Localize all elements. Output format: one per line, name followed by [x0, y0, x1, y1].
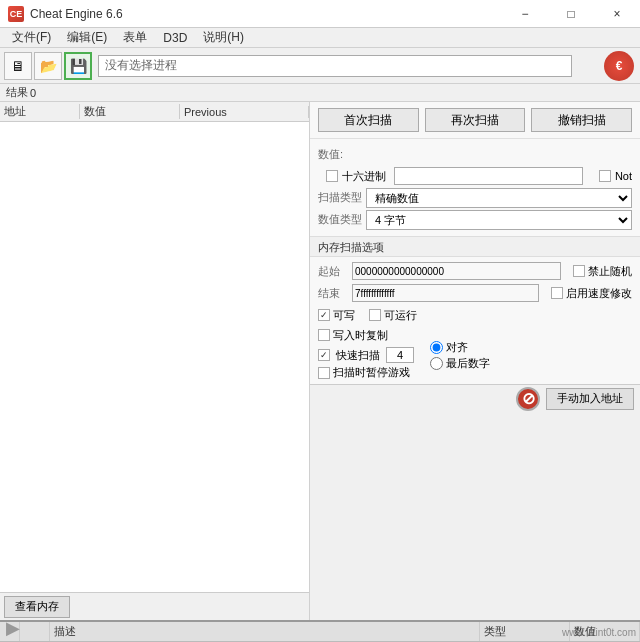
value-row: 数值: [318, 143, 632, 165]
first-scan-button[interactable]: 首次扫描 [318, 108, 419, 132]
result-count: 0 [30, 87, 36, 99]
menu-form[interactable]: 表单 [115, 27, 155, 48]
start-label: 起始 [318, 264, 348, 279]
executable-checkbox[interactable] [369, 309, 381, 321]
menu-help[interactable]: 说明(H) [195, 27, 252, 48]
speed-label: 启用速度修改 [566, 286, 632, 301]
ct-col-type: 类型 [480, 622, 570, 641]
menu-file[interactable]: 文件(F) [4, 27, 59, 48]
minimize-button[interactable]: − [502, 0, 548, 28]
last-digit-radio: 最后数字 [430, 356, 490, 371]
copy-on-write-checkbox[interactable] [318, 329, 330, 341]
start-input[interactable] [352, 262, 561, 280]
value-type-dropdown[interactable]: 4 字节 [366, 210, 632, 230]
speed-checkbox[interactable] [551, 287, 563, 299]
fast-scan-checkbox[interactable] [318, 349, 330, 361]
freeze-label: 禁止随机 [588, 264, 632, 279]
process-text: 没有选择进程 [105, 57, 177, 74]
result-label: 结果 [6, 85, 28, 100]
menu-bar: 文件(F) 编辑(E) 表单 D3D 说明(H) [0, 28, 640, 48]
last-digit-label: 最后数字 [446, 356, 490, 371]
maximize-button[interactable]: □ [548, 0, 594, 28]
col-value: 数值 [80, 104, 180, 119]
left-bottom-bar: 查看内存 [0, 592, 309, 620]
title-bar: CE Cheat Engine 6.6 − □ × [0, 0, 640, 28]
toolbar: 🖥 📂 💾 没有选择进程 € 设置 [0, 48, 640, 84]
align-label: 对齐 [446, 340, 468, 355]
writable-checkbox[interactable] [318, 309, 330, 321]
copy-on-write-label: 写入时复制 [333, 328, 388, 343]
align-radio: 对齐 [430, 340, 490, 355]
main-area: 地址 数值 Previous 查看内存 首次扫描 再次扫描 撤销扫描 数值: 十… [0, 102, 640, 620]
scan-buttons: 首次扫描 再次扫描 撤销扫描 [310, 102, 640, 139]
pause-label: 扫描时暂停游戏 [333, 365, 410, 380]
scan-type-dropdown[interactable]: 精确数值 [366, 188, 632, 208]
right-bottom-bar: ▶ ⊘ 手动加入地址 [310, 384, 640, 412]
right-panel: 首次扫描 再次扫描 撤销扫描 数值: 十六进制 Not [310, 102, 640, 620]
not-label: Not [615, 170, 632, 182]
copy-on-write-check: 写入时复制 [318, 328, 388, 343]
open-process-button[interactable]: 🖥 [4, 52, 32, 80]
col-previous: Previous [180, 106, 309, 118]
freeze-checkbox[interactable] [573, 265, 585, 277]
addr-table-header: 地址 数值 Previous [0, 102, 309, 122]
value-label: 数值: [318, 147, 378, 162]
next-scan-button[interactable]: 再次扫描 [425, 108, 526, 132]
pause-checkbox[interactable] [318, 367, 330, 379]
view-memory-button[interactable]: 查看内存 [4, 596, 70, 618]
fast-scan-row: 快速扫描 对齐 最后数字 [318, 345, 632, 365]
save-file-button[interactable]: 💾 [64, 52, 92, 80]
executable-check: 可运行 [369, 308, 417, 323]
result-bar: 结果 0 [0, 84, 640, 102]
executable-label: 可运行 [384, 308, 417, 323]
open-file-button[interactable]: 📂 [34, 52, 62, 80]
no-scan-button[interactable]: ⊘ [516, 387, 540, 411]
window-title: Cheat Engine 6.6 [30, 7, 123, 21]
value-type-label: 数值类型 [318, 212, 362, 227]
scan-type-label: 扫描类型 [318, 190, 362, 205]
close-button[interactable]: × [594, 0, 640, 28]
process-selector[interactable]: 没有选择进程 [98, 55, 572, 77]
end-label: 结束 [318, 286, 348, 301]
menu-d3d[interactable]: D3D [155, 29, 195, 47]
check-row-1: 可写 可运行 [318, 305, 632, 325]
col-address: 地址 [0, 104, 80, 119]
left-panel: 地址 数值 Previous 查看内存 [0, 102, 310, 620]
addr-table-body [0, 122, 309, 592]
radio-group: 对齐 最后数字 [430, 340, 490, 371]
memory-scan-title: 内存扫描选项 [310, 236, 640, 257]
hex-label: 十六进制 [342, 169, 386, 184]
watermark: www.Wint0t.com [562, 627, 636, 638]
manual-add-button[interactable]: 手动加入地址 [546, 388, 634, 410]
value-input[interactable] [394, 167, 583, 185]
scan-options: 起始 禁止随机 结束 启用速度修改 [310, 257, 640, 384]
hex-check: 十六进制 [326, 169, 386, 184]
not-checkbox[interactable] [599, 170, 611, 182]
start-row: 起始 禁止随机 [318, 261, 632, 281]
hex-checkbox[interactable] [326, 170, 338, 182]
value-section: 数值: 十六进制 Not 扫描类型 精确数值 [310, 139, 640, 236]
ce-logo: € [604, 51, 634, 81]
end-row: 结束 启用速度修改 [318, 283, 632, 303]
menu-edit[interactable]: 编辑(E) [59, 27, 115, 48]
ct-col-x [20, 622, 50, 641]
writable-label: 可写 [333, 308, 355, 323]
not-check: Not [599, 170, 632, 182]
fast-scan-label: 快速扫描 [336, 348, 380, 363]
writable-check: 可写 [318, 308, 355, 323]
cheat-table: 描述 类型 数值 [X]<== Stellaris v1.6.1 (b38e) … [0, 620, 640, 642]
app-icon: CE [8, 6, 24, 22]
cancel-scan-button[interactable]: 撤销扫描 [531, 108, 632, 132]
end-input[interactable] [352, 284, 539, 302]
fast-scan-input[interactable] [386, 347, 414, 363]
ct-col-desc: 描述 [50, 622, 480, 641]
arrow-icon[interactable]: ▶ [6, 618, 20, 638]
ct-header: 描述 类型 数值 [0, 622, 640, 642]
window-controls: − □ × [502, 0, 640, 28]
